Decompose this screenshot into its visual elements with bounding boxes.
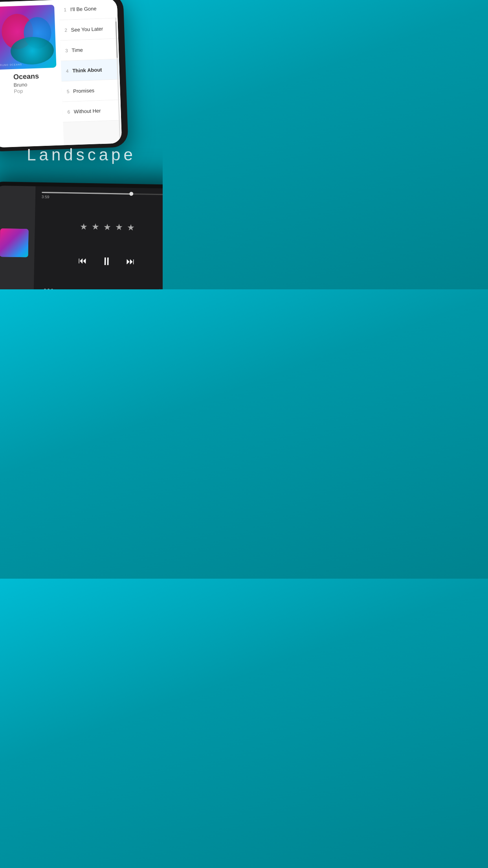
dot-2 <box>48 289 50 289</box>
progress-thumb[interactable] <box>130 192 134 196</box>
track-num-1: 1 <box>62 7 68 12</box>
pause-button[interactable]: ⏸ <box>101 254 112 267</box>
progress-section: 3:59 -1:58 <box>42 192 163 201</box>
track-row-2[interactable]: 2 See You Later <box>60 18 118 40</box>
track-row-1[interactable]: 1 I'll Be Gone <box>59 0 117 20</box>
star-2[interactable]: ★ <box>91 222 99 232</box>
song-info: Oceans Bruno Pop <box>13 68 39 94</box>
track-name-3: Time <box>72 47 83 53</box>
star-4[interactable]: ★ <box>115 223 123 233</box>
landscape-label: Landscape <box>0 145 163 164</box>
track-num-5: 5 <box>65 88 71 94</box>
star-3[interactable]: ★ <box>103 222 111 232</box>
track-num-3: 3 <box>64 48 69 53</box>
album-art: BRUNO OCEANS <box>0 5 57 70</box>
progress-times: 3:59 -1:58 <box>42 195 163 201</box>
dot-1 <box>44 289 46 289</box>
rewind-button[interactable]: ⏮ <box>78 256 87 266</box>
landscape-left <box>0 186 35 289</box>
song-artist: Bruno <box>13 81 39 88</box>
bottom-bar: ((·)) <box>40 286 163 289</box>
portrait-left-panel: BRUNO OCEANS Oceans Bruno Pop <box>0 0 64 148</box>
track-row-5[interactable]: 5 Promises <box>62 79 120 102</box>
stars-row: ★ ★ ★ ★ ★ <box>41 221 163 234</box>
star-5[interactable]: ★ <box>127 223 134 233</box>
track-row-3[interactable]: 3 Time <box>61 39 119 61</box>
dot-3 <box>51 289 53 289</box>
airplay-icon[interactable]: ((·)) <box>158 288 163 289</box>
track-row-6[interactable]: 6 Without Her <box>62 100 121 122</box>
track-num-2: 2 <box>63 27 68 33</box>
landscape-album-thumb <box>0 228 29 257</box>
song-genre: Pop <box>14 87 40 94</box>
landscape-screen: 3:59 -1:58 ★ ★ ★ ★ ★ ⏮ ⏸ ⏭ <box>0 186 163 289</box>
track-num-6: 6 <box>66 109 72 114</box>
track-name-2: See You Later <box>71 26 103 33</box>
landscape-right: 3:59 -1:58 ★ ★ ★ ★ ★ ⏮ ⏸ ⏭ <box>33 186 163 289</box>
landscape-phone: 3:59 -1:58 ★ ★ ★ ★ ★ ⏮ ⏸ ⏭ <box>0 182 163 289</box>
track-name-6: Without Her <box>74 108 101 114</box>
track-name-1: I'll Be Gone <box>70 6 97 12</box>
portrait-right-panel: 1 I'll Be Gone 2 See You Later 3 Time 4 … <box>59 0 122 145</box>
forward-button[interactable]: ⏭ <box>126 256 135 267</box>
portrait-screen: BRUNO OCEANS Oceans Bruno Pop 1 I'll Be … <box>0 0 122 148</box>
portrait-phone: BRUNO OCEANS Oceans Bruno Pop 1 I'll Be … <box>0 0 128 152</box>
star-1[interactable]: ★ <box>79 222 87 232</box>
track-num-4: 4 <box>64 68 70 74</box>
track-name-5: Promises <box>73 88 95 94</box>
song-title: Oceans <box>13 72 39 81</box>
playback-controls: ⏮ ⏸ ⏭ <box>40 254 163 269</box>
track-row-4[interactable]: 4 Think About <box>61 59 119 81</box>
track-name-4: Think About <box>72 67 102 74</box>
progress-fill <box>42 192 132 195</box>
album-art-inner <box>0 5 57 70</box>
more-options-icon[interactable] <box>44 289 53 289</box>
current-time: 3:59 <box>42 195 50 199</box>
